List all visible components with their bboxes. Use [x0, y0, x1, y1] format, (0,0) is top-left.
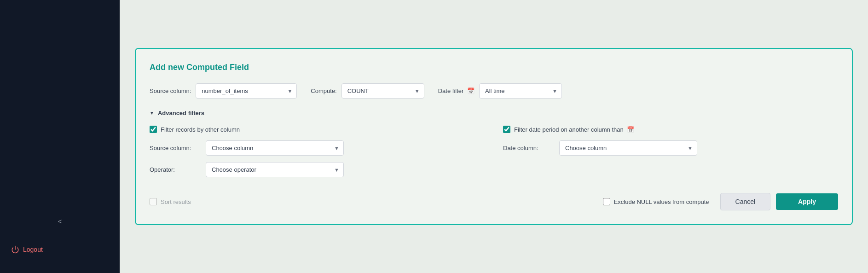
operator-select[interactable]: Choose operator: [206, 162, 344, 177]
top-form-row: Source column: number_of_items ▼ Compute…: [150, 83, 838, 99]
source-column-sub-label: Source column:: [150, 145, 200, 151]
logout-label: Logout: [23, 246, 43, 253]
date-filter-label: Date filter 📅: [438, 87, 475, 94]
date-filter-select-wrapper: All time ▼: [479, 83, 562, 99]
compute-select-wrapper: COUNT ▼: [341, 83, 424, 99]
filter-records-label: Filter records by other column: [161, 126, 240, 133]
dialog: Add new Computed Field Source column: nu…: [135, 48, 853, 225]
compute-select[interactable]: COUNT: [341, 83, 424, 99]
bottom-right: Exclude NULL values from compute Cancel …: [603, 193, 838, 210]
source-column-select-wrapper: number_of_items ▼: [196, 83, 297, 99]
sort-results-checkbox[interactable]: [150, 198, 157, 205]
source-column-sub-select-wrapper: Choose column ▼: [206, 140, 344, 156]
bottom-row: Sort results Exclude NULL values from co…: [150, 193, 838, 210]
compute-label: Compute:: [311, 87, 336, 94]
operator-select-wrapper: Choose operator ▼: [206, 162, 344, 177]
sidebar: < Logout: [0, 0, 120, 273]
action-buttons: Cancel Apply: [720, 193, 838, 210]
advanced-filters-section: Advanced filters: [150, 110, 838, 116]
dialog-title: Add new Computed Field: [150, 63, 838, 72]
exclude-null-checkbox[interactable]: [603, 198, 610, 205]
right-filter-section: Filter date period on another column tha…: [503, 126, 838, 184]
apply-button[interactable]: Apply: [776, 193, 838, 210]
filter-date-label: Filter date period on another column tha…: [514, 126, 634, 133]
date-filter-select[interactable]: All time: [479, 83, 562, 99]
sidebar-collapse-button[interactable]: <: [0, 212, 120, 231]
sort-results-label: Sort results: [161, 198, 191, 205]
filter-date-row: Filter date period on another column tha…: [503, 126, 838, 133]
filter-date-checkbox[interactable]: [503, 126, 510, 133]
advanced-filters-label: Advanced filters: [158, 110, 204, 116]
source-column-sub-select[interactable]: Choose column: [206, 140, 344, 156]
main-content: Add new Computed Field Source column: nu…: [120, 0, 868, 273]
calendar-icon: 📅: [467, 87, 475, 94]
date-column-label: Date column:: [503, 145, 554, 151]
left-filter-section: Filter records by other column Source co…: [150, 126, 485, 184]
source-column-label: Source column:: [150, 87, 191, 94]
power-icon: [11, 245, 19, 254]
bottom-left: Sort results: [150, 198, 191, 205]
sort-results-row: Sort results: [150, 198, 191, 205]
logout-button[interactable]: Logout: [0, 240, 120, 259]
chevron-left-icon: <: [58, 218, 62, 225]
date-column-select-wrapper: Choose column ▼: [559, 140, 697, 156]
operator-label: Operator:: [150, 166, 200, 173]
source-column-select[interactable]: number_of_items: [196, 83, 297, 99]
compute-field: Compute: COUNT ▼: [311, 83, 424, 99]
exclude-null-row: Exclude NULL values from compute: [603, 198, 709, 205]
cancel-button[interactable]: Cancel: [720, 193, 771, 210]
exclude-null-label: Exclude NULL values from compute: [614, 198, 709, 205]
date-column-row: Date column: Choose column ▼: [503, 140, 838, 156]
filter-records-row: Filter records by other column: [150, 126, 485, 133]
filter-records-checkbox[interactable]: [150, 126, 157, 133]
date-column-select[interactable]: Choose column: [559, 140, 697, 156]
operator-row: Operator: Choose operator ▼: [150, 162, 485, 177]
filter-date-calendar-icon: 📅: [627, 126, 634, 133]
source-column-field: Source column: number_of_items ▼: [150, 83, 297, 99]
source-column-sub-row: Source column: Choose column ▼: [150, 140, 485, 156]
date-filter-field: Date filter 📅 All time ▼: [438, 83, 562, 99]
filters-grid: Filter records by other column Source co…: [150, 126, 838, 184]
